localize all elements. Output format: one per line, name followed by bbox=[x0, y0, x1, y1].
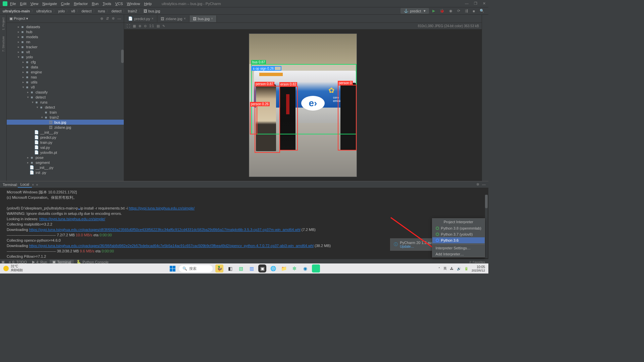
tree-item[interactable]: ▾■v8 bbox=[7, 84, 124, 89]
image-viewer[interactable]: e› ✿ ceroemisione bus 0.87 s op sign 0.2… bbox=[124, 29, 482, 181]
minimize-button[interactable]: — bbox=[465, 1, 469, 6]
tree-item[interactable]: ▸■pose bbox=[7, 155, 124, 160]
menu-help[interactable]: Help bbox=[144, 2, 152, 6]
menu-run[interactable]: Run bbox=[92, 2, 99, 6]
tree-arrow-icon[interactable]: ▸ bbox=[17, 40, 20, 44]
zoom-actual[interactable]: 1:1 bbox=[149, 24, 154, 28]
taskbar-app-icon[interactable]: ❇ bbox=[290, 264, 299, 273]
tab-favorites[interactable]: 2: Favorites bbox=[469, 260, 487, 264]
maximize-button[interactable]: ❐ bbox=[474, 1, 477, 6]
tab-structure[interactable]: 7: Structure bbox=[1, 35, 6, 53]
menu-vcs[interactable]: VCS bbox=[115, 2, 123, 6]
crumb[interactable]: 🖼 bus.jpg bbox=[144, 9, 162, 13]
coverage-button[interactable]: ◉ bbox=[449, 9, 452, 13]
tree-arrow-icon[interactable]: ▾ bbox=[17, 55, 20, 59]
taskbar-search[interactable]: 🔍 搜索 bbox=[179, 265, 213, 272]
tree-item[interactable]: ▾■train2 bbox=[7, 115, 124, 120]
crumb[interactable]: runs bbox=[98, 9, 105, 13]
tree-item[interactable]: ▾■runs bbox=[7, 100, 124, 105]
editor-tab-predict[interactable]: 📄 predict.py × bbox=[125, 15, 157, 22]
zoom-in-icon[interactable]: ⊕ bbox=[139, 24, 141, 28]
tree-item[interactable]: ▸■hub bbox=[7, 29, 124, 34]
tree-arrow-icon[interactable]: ▸ bbox=[21, 80, 25, 84]
tree-item[interactable]: ▸■engine bbox=[7, 69, 124, 74]
crumb[interactable]: detect bbox=[111, 9, 121, 13]
tree-item[interactable]: 📄predict.py bbox=[7, 135, 124, 140]
terminal-link[interactable]: https://pypi.tuna.tsinghua.edu.cn/simple… bbox=[39, 217, 105, 221]
tree-item[interactable]: ▸■datasets bbox=[7, 24, 124, 29]
tree-item[interactable]: ▾■yolo bbox=[7, 54, 124, 59]
taskbar-explorer-icon[interactable]: 📁 bbox=[280, 264, 288, 273]
tree-item[interactable]: ■train bbox=[7, 110, 124, 115]
tree-item[interactable]: 📄val.py bbox=[7, 145, 124, 150]
profile-button[interactable]: ⟳ bbox=[457, 9, 460, 13]
tray-chevron-icon[interactable]: ˄ bbox=[438, 267, 440, 270]
menu-refactor[interactable]: Refactor bbox=[74, 2, 88, 6]
collapse-icon[interactable]: ⇵ bbox=[106, 16, 109, 21]
project-view-selector[interactable]: ▣ Project ▾ bbox=[9, 16, 28, 21]
tree-arrow-icon[interactable]: ▸ bbox=[21, 60, 25, 64]
taskbar-app-icon[interactable]: ▣ bbox=[258, 264, 266, 273]
run-config-dropdown[interactable]: ⚓ predict ▾ bbox=[400, 8, 429, 14]
terminal-tab-local[interactable]: Local bbox=[18, 182, 32, 188]
tree-arrow-icon[interactable]: ▸ bbox=[17, 35, 20, 39]
tree-arrow-icon[interactable]: ▸ bbox=[17, 25, 20, 28]
tree-arrow-icon[interactable]: ▸ bbox=[17, 50, 20, 54]
zoom-out-icon[interactable]: ⊖ bbox=[144, 24, 147, 28]
tree-item[interactable]: ▾■detect bbox=[7, 95, 124, 100]
taskbar-edge-icon[interactable]: ◉ bbox=[301, 264, 309, 273]
search-everywhere-button[interactable]: 🔍 bbox=[480, 9, 484, 13]
tree-arrow-icon[interactable]: ▾ bbox=[26, 96, 30, 99]
grid-icon[interactable]: ▦ bbox=[133, 24, 136, 28]
add-interpreter[interactable]: Add Interpreter… bbox=[432, 251, 485, 257]
ime-indicator[interactable]: 英 bbox=[443, 266, 447, 271]
tree-arrow-icon[interactable]: ▸ bbox=[17, 45, 20, 49]
taskbar-app-icon[interactable]: ▧ bbox=[237, 264, 245, 273]
project-tree[interactable]: ▸■datasets▸■hub▸■models▸■nn▸■tracker▸■vi… bbox=[7, 23, 124, 181]
close-icon[interactable]: × bbox=[184, 17, 186, 20]
tree-arrow-icon[interactable]: ▸ bbox=[26, 156, 30, 159]
terminal-link[interactable]: https://pypi.tuna.tsinghua.edu.cn/packag… bbox=[29, 228, 301, 232]
interpreter-settings[interactable]: Interpreter Settings… bbox=[432, 245, 485, 251]
terminal-add-tab[interactable]: + bbox=[34, 182, 40, 187]
tree-item[interactable]: ▸■tracker bbox=[7, 44, 124, 49]
battery-icon[interactable]: 🔋 bbox=[464, 267, 468, 270]
tree-item[interactable]: 📄yolov8n.pt bbox=[7, 150, 124, 155]
tree-item[interactable]: 📄__init__.py bbox=[7, 165, 124, 170]
volume-icon[interactable]: 🔊 bbox=[457, 267, 461, 270]
debug-button[interactable]: 🐞 bbox=[440, 9, 444, 13]
interpreter-option[interactable]: Python 3.6 bbox=[432, 237, 485, 243]
taskbar-app-icon[interactable]: ▥ bbox=[248, 264, 256, 273]
taskbar-pycharm-icon[interactable] bbox=[312, 264, 320, 273]
tree-item[interactable]: ▸■nn bbox=[7, 39, 124, 44]
tree-item[interactable]: 📄train.py bbox=[7, 140, 124, 145]
tree-item[interactable]: ▸■segment bbox=[7, 160, 124, 165]
settings-icon[interactable]: ✲ bbox=[112, 16, 115, 21]
taskbar-chrome-icon[interactable]: 🌐 bbox=[269, 264, 277, 273]
tree-item[interactable]: ▸■nas bbox=[7, 74, 124, 79]
interpreter-option[interactable]: Python 3.8 (openmmlab) bbox=[432, 225, 485, 231]
taskbar-weather[interactable]: 31°C局部晴朗 bbox=[3, 264, 23, 273]
editor-tab-zidane[interactable]: 🖼 zidane.jpg × bbox=[157, 15, 190, 22]
menu-code[interactable]: Code bbox=[61, 2, 70, 6]
tree-item[interactable]: ▾■detect bbox=[7, 105, 124, 110]
crumb[interactable]: ultralytics bbox=[36, 9, 52, 13]
clock[interactable]: 10:052023/6/12 bbox=[472, 265, 485, 272]
terminal-scrollbar[interactable] bbox=[485, 195, 488, 258]
crumb[interactable]: ultralytics-main bbox=[3, 9, 30, 13]
tree-item[interactable]: ▸■data bbox=[7, 64, 124, 69]
tree-arrow-icon[interactable]: ▾ bbox=[36, 106, 39, 109]
tree-item[interactable]: ▸■utils bbox=[7, 79, 124, 84]
editor-tab-bus[interactable]: 🖼 bus.jpg × bbox=[190, 15, 217, 22]
crumb[interactable]: yolo bbox=[58, 9, 65, 13]
close-icon[interactable]: × bbox=[211, 17, 213, 20]
menu-view[interactable]: View bbox=[31, 2, 39, 6]
hide-icon[interactable]: — bbox=[117, 16, 121, 21]
tree-arrow-icon[interactable]: ▾ bbox=[21, 85, 25, 89]
taskbar-app-icon[interactable]: 🦆 bbox=[215, 264, 223, 273]
tree-arrow-icon[interactable]: ▸ bbox=[26, 90, 30, 94]
tree-arrow-icon[interactable]: ▸ bbox=[17, 30, 20, 34]
color-picker-icon[interactable]: ✎ bbox=[162, 24, 165, 28]
tree-item[interactable]: 🖼bus.jpg bbox=[7, 120, 124, 125]
tree-arrow-icon[interactable]: ▾ bbox=[40, 116, 44, 119]
